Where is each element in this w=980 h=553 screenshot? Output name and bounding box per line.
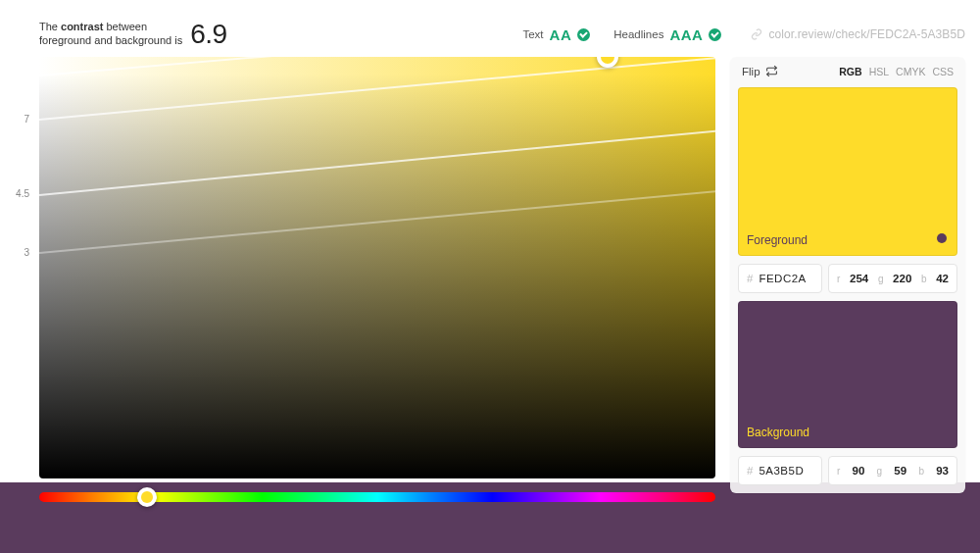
axis-tick: 4.5 bbox=[0, 188, 39, 199]
check-icon bbox=[577, 28, 590, 41]
flip-button[interactable]: Flip bbox=[742, 65, 778, 77]
foreground-dot-icon bbox=[937, 233, 947, 243]
foreground-hex-input[interactable]: # FEDC2A bbox=[738, 264, 822, 293]
foreground-swatch[interactable]: Foreground bbox=[738, 87, 957, 256]
background-rgb-input[interactable]: r90 g59 b93 bbox=[828, 456, 957, 485]
axis-tick: 3 bbox=[0, 247, 39, 258]
mode-css[interactable]: CSS bbox=[932, 66, 954, 77]
headlines-rating: Headlines AAA bbox=[613, 26, 721, 43]
swap-icon bbox=[765, 65, 778, 77]
foreground-rgb-input[interactable]: r254 g220 b42 bbox=[828, 264, 957, 293]
color-mode-tabs: RGB HSL CMYK CSS bbox=[839, 66, 954, 77]
top-bar: The contrast between foreground and back… bbox=[39, 20, 965, 49]
color-canvas[interactable] bbox=[39, 57, 715, 478]
color-picker: 7 4.5 3 bbox=[0, 57, 715, 478]
hue-thumb[interactable] bbox=[137, 487, 157, 507]
contrast-ratio: 6.9 bbox=[190, 19, 226, 50]
check-icon bbox=[709, 28, 721, 41]
axis-tick: 7 bbox=[0, 114, 39, 125]
mode-cmyk[interactable]: CMYK bbox=[896, 66, 925, 77]
mode-hsl[interactable]: HSL bbox=[869, 66, 889, 77]
contrast-blurb: The contrast between foreground and back… bbox=[39, 21, 182, 48]
color-panel: Flip RGB HSL CMYK CSS Foreground # FEDC2… bbox=[730, 57, 965, 493]
text-rating: Text AA bbox=[522, 26, 590, 43]
background-hex-input[interactable]: # 5A3B5D bbox=[738, 456, 822, 485]
mode-rgb[interactable]: RGB bbox=[839, 66, 861, 77]
background-swatch[interactable]: Background bbox=[738, 301, 957, 448]
link-icon bbox=[751, 28, 762, 40]
hue-slider[interactable] bbox=[39, 492, 715, 502]
share-link[interactable]: color.review/check/FEDC2A-5A3B5D bbox=[751, 27, 965, 41]
